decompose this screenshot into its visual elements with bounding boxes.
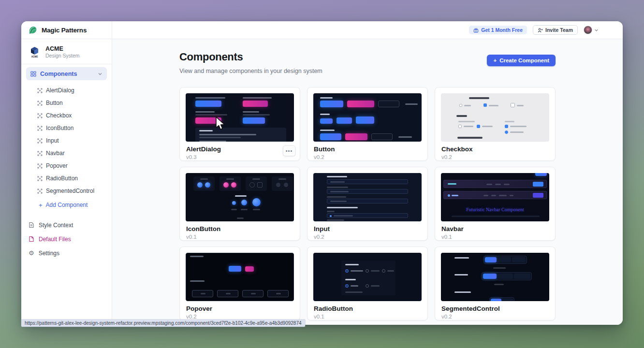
sidebar-item-popover[interactable]: Popover [21, 160, 112, 172]
brand-zone[interactable]: Magic Patterns [21, 21, 112, 39]
sidebar-item-settings[interactable]: ⚙ Settings [21, 246, 112, 260]
sidebar-divider [21, 64, 112, 64]
component-icon [39, 190, 41, 192]
file-icon [29, 236, 34, 242]
sidebar-item-label: IconButton [46, 125, 73, 131]
link-preview-statusbar: https://patterns-git-alex-lee-design-sys… [21, 319, 305, 327]
component-thumbnail [313, 93, 422, 142]
component-thumbnail [313, 173, 422, 221]
sidebar-item-iconbutton[interactable]: IconButton [21, 122, 112, 134]
component-thumbnail [441, 93, 549, 142]
workspace-subtitle: Design System [45, 53, 80, 58]
card-title: Input [314, 225, 427, 232]
create-component-button[interactable]: + Create Component [487, 55, 556, 66]
card-input[interactable]: Input v0.2 [307, 167, 428, 241]
card-version: v0.3 [186, 154, 300, 160]
sidebar: ACME ACME Design System Components [21, 39, 112, 325]
navbar-preview-row [443, 191, 547, 199]
add-component-button[interactable]: + Add Component [21, 199, 112, 211]
sidebar-item-alertdialog[interactable]: AlertDialog [21, 84, 112, 97]
component-thumbnail [186, 253, 294, 301]
grid-icon [30, 71, 36, 77]
magic-patterns-logo-icon [28, 25, 38, 35]
card-segmentedcontrol[interactable]: SegmentedControl v0.2 [435, 246, 556, 320]
account-menu[interactable] [584, 26, 599, 34]
sidebar-item-input[interactable]: Input [21, 134, 112, 147]
top-bar-actions: Get 1 Month Free Invite Team [112, 25, 623, 35]
plus-icon: + [39, 202, 43, 208]
plus-icon: + [493, 58, 497, 63]
sidebar-item-navbar[interactable]: Navbar [21, 147, 112, 160]
page-title: Components [179, 51, 322, 63]
code-snippet-preview [195, 128, 286, 142]
segmented-preview [482, 272, 532, 280]
component-icon [39, 102, 41, 104]
card-version: v0.1 [441, 234, 555, 240]
workspace-switcher[interactable]: ACME ACME Design System [21, 39, 112, 64]
sidebar-item-label: Input [46, 137, 59, 144]
create-component-label: Create Component [499, 58, 549, 63]
sidebar-item-components[interactable]: Components [26, 67, 107, 80]
sidebar-item-default-files[interactable]: Default Files [21, 232, 112, 246]
sidebar-item-segmentedcontrol[interactable]: SegmentedControl [21, 185, 112, 197]
card-checkbox[interactable]: Checkbox v0.2 [435, 87, 556, 161]
sidebar-item-radiobutton[interactable]: RadioButton [21, 172, 112, 185]
card-title: SegmentedControl [441, 305, 555, 312]
card-version: v0.2 [314, 234, 427, 240]
card-menu-button[interactable]: ••• [283, 145, 295, 156]
card-radiobutton[interactable]: RadioButton v0.1 [307, 246, 428, 320]
component-thumbnail: Futuristic Navbar Component [441, 173, 549, 221]
get-month-free-label: Get 1 Month Free [481, 27, 523, 33]
component-icon [39, 140, 41, 142]
style-context-label: Style Context [39, 222, 73, 229]
sidebar-item-style-context[interactable]: Style Context [21, 218, 112, 232]
brand-name: Magic Patterns [42, 27, 87, 34]
sidebar-item-checkbox[interactable]: Checkbox [21, 109, 112, 122]
component-grid: AlertDialog v0.3 ••• [179, 87, 556, 320]
card-title: Navbar [441, 225, 555, 232]
chevron-down-icon [594, 28, 599, 32]
sidebar-item-label: AlertDialog [46, 87, 74, 94]
main-panel: Components View and manage components in… [112, 39, 623, 325]
add-component-label: Add Component [46, 202, 88, 208]
app-window: Magic Patterns Get 1 Month Free [21, 21, 623, 325]
segmented-preview [483, 256, 527, 264]
card-title: RadioButton [314, 305, 427, 312]
sidebar-item-label: Navbar [46, 150, 65, 157]
card-version: v0.1 [314, 314, 427, 319]
settings-label: Settings [39, 250, 59, 257]
component-icon [39, 152, 41, 154]
radio-preview-panel [341, 261, 395, 295]
workspace-name: ACME [45, 45, 80, 53]
avatar [584, 26, 592, 34]
sidebar-item-label: Button [46, 100, 63, 106]
card-navbar[interactable]: Futuristic Navbar Component Navbar v0.1 [435, 167, 556, 241]
sidebar-item-label: RadioButton [46, 175, 78, 182]
component-thumbnail [441, 253, 549, 301]
card-iconbutton[interactable]: IconButton v0.1 [179, 167, 300, 241]
card-popover[interactable]: Popover v0.2 [179, 246, 300, 320]
sidebar-footer: Style Context Default Files ⚙ Settings [21, 218, 112, 260]
component-thumbnail [186, 173, 294, 221]
card-button[interactable]: Button v0.2 [307, 87, 428, 161]
invite-team-label: Invite Team [545, 27, 573, 33]
file-text-icon [29, 222, 34, 228]
svg-text:ACME: ACME [31, 56, 38, 58]
card-title: Checkbox [441, 145, 555, 153]
navbar-preview-row [443, 180, 547, 188]
top-bar: Magic Patterns Get 1 Month Free [21, 21, 623, 39]
acme-cube-logo: ACME [28, 45, 41, 58]
default-files-label: Default Files [39, 236, 71, 243]
page-header: Components View and manage components in… [179, 51, 556, 74]
workspace-text: ACME Design System [45, 45, 80, 58]
component-icon [39, 177, 41, 179]
sidebar-item-button[interactable]: Button [21, 97, 112, 109]
gift-icon [473, 28, 479, 33]
get-month-free-button[interactable]: Get 1 Month Free [469, 26, 527, 34]
card-title: IconButton [186, 225, 300, 232]
component-icon [39, 115, 41, 116]
invite-team-button[interactable]: Invite Team [533, 25, 578, 35]
sidebar-item-label: Popover [46, 162, 68, 169]
card-alertdialog[interactable]: AlertDialog v0.3 ••• [179, 87, 300, 161]
gear-icon: ⚙ [29, 250, 34, 256]
